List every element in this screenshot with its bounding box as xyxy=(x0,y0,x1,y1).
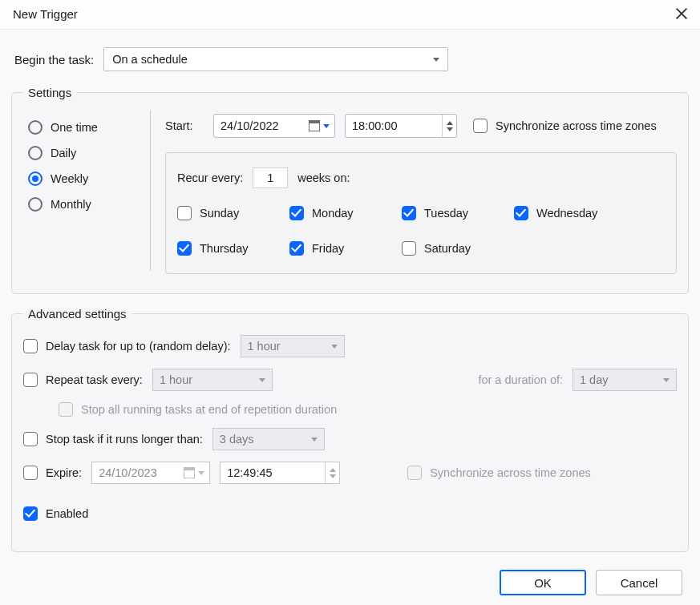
expire-time-value: 12:49:45 xyxy=(221,466,325,479)
ok-button[interactable]: OK xyxy=(500,570,586,595)
radio-icon xyxy=(28,120,42,135)
checkbox-icon xyxy=(23,506,38,521)
day-label: Sunday xyxy=(200,207,239,220)
checkbox-icon xyxy=(59,402,73,417)
spin-down-icon xyxy=(447,127,453,131)
stop-checkbox[interactable]: Stop task if it runs longer than: xyxy=(23,432,203,446)
day-tuesday[interactable]: Tuesday xyxy=(402,206,490,220)
day-wednesday[interactable]: Wednesday xyxy=(514,206,602,220)
advanced-group: Advanced settings Delay task for up to (… xyxy=(11,307,689,552)
checkbox-icon xyxy=(23,373,38,387)
freq-monthly[interactable]: Monthly xyxy=(28,197,136,212)
recur-interval-value: 1 xyxy=(267,171,273,184)
repeat-checkbox[interactable]: Repeat task every: xyxy=(23,373,143,387)
sync-tz-checkbox[interactable]: Synchronize across time zones xyxy=(473,119,657,133)
checkbox-icon xyxy=(289,206,304,220)
begin-task-select[interactable]: On a schedule xyxy=(103,47,448,71)
begin-task-value: On a schedule xyxy=(112,53,188,66)
checkbox-icon xyxy=(407,466,422,480)
enabled-label: Enabled xyxy=(46,507,88,520)
day-label: Monday xyxy=(312,207,354,220)
chevron-down-icon xyxy=(311,438,318,442)
freq-weekly[interactable]: Weekly xyxy=(28,171,136,186)
expire-label: Expire: xyxy=(46,466,82,479)
advanced-legend: Advanced settings xyxy=(23,307,132,321)
checkbox-icon xyxy=(23,466,38,480)
freq-daily[interactable]: Daily xyxy=(28,146,136,160)
checkbox-icon xyxy=(402,241,416,256)
checkbox-icon xyxy=(289,241,304,256)
day-monday[interactable]: Monday xyxy=(289,206,378,220)
day-saturday[interactable]: Saturday xyxy=(402,241,490,256)
delay-label: Delay task for up to (random delay): xyxy=(46,340,231,353)
chevron-down-icon xyxy=(323,124,330,128)
spin-up-icon xyxy=(447,121,453,125)
cancel-button[interactable]: Cancel xyxy=(596,570,682,595)
enabled-checkbox[interactable]: Enabled xyxy=(23,506,88,521)
chevron-down-icon xyxy=(433,58,439,62)
checkbox-icon xyxy=(473,119,488,133)
delay-value: 1 hour xyxy=(248,340,281,353)
day-thursday[interactable]: Thursday xyxy=(177,241,265,256)
recur-interval-input[interactable]: 1 xyxy=(253,167,288,188)
day-friday[interactable]: Friday xyxy=(289,241,378,256)
recur-panel: Recur every: 1 weeks on: Sunday xyxy=(165,152,677,274)
repeat-value: 1 hour xyxy=(160,373,192,386)
calendar-icon xyxy=(184,467,195,478)
delay-combo[interactable]: 1 hour xyxy=(241,335,345,357)
radio-icon xyxy=(28,146,42,160)
chevron-down-icon xyxy=(331,345,338,349)
day-label: Tuesday xyxy=(424,207,468,220)
freq-label: One time xyxy=(51,121,98,134)
freq-label: Monthly xyxy=(51,198,91,211)
settings-group: Settings One time Daily Weekly Mon xyxy=(11,86,689,294)
checkbox-icon xyxy=(514,206,528,220)
checkbox-icon xyxy=(23,432,38,446)
spin-down-icon xyxy=(330,474,336,478)
expire-sync-checkbox: Synchronize across time zones xyxy=(407,466,591,480)
checkbox-icon xyxy=(177,206,192,220)
radio-icon xyxy=(28,197,42,212)
day-sunday[interactable]: Sunday xyxy=(177,206,265,220)
radio-icon xyxy=(28,171,42,186)
expire-date-value: 24/10/2023 xyxy=(92,466,184,479)
checkbox-icon xyxy=(23,339,38,353)
expire-date-input[interactable]: 24/10/2023 xyxy=(91,462,210,484)
repeat-combo[interactable]: 1 hour xyxy=(152,369,273,391)
recur-prefix: Recur every: xyxy=(177,171,243,184)
expire-checkbox[interactable]: Expire: xyxy=(23,466,82,480)
duration-value: 1 day xyxy=(580,373,608,386)
dialog-buttons: OK Cancel xyxy=(10,565,690,605)
stop-combo[interactable]: 3 days xyxy=(212,428,325,450)
day-label: Saturday xyxy=(424,242,471,255)
day-label: Wednesday xyxy=(536,207,597,220)
chevron-down-icon xyxy=(663,378,670,382)
freq-one-time[interactable]: One time xyxy=(28,120,136,135)
delay-checkbox[interactable]: Delay task for up to (random delay): xyxy=(23,339,231,353)
checkbox-icon xyxy=(402,206,416,220)
begin-task-row: Begin the task: On a schedule xyxy=(14,47,687,71)
settings-legend: Settings xyxy=(23,86,76,99)
expire-time-input[interactable]: 12:49:45 xyxy=(220,462,340,484)
recur-suffix: weeks on: xyxy=(297,171,350,184)
start-date-value: 24/10/2022 xyxy=(214,119,309,132)
stop-all-checkbox: Stop all running tasks at end of repetit… xyxy=(59,402,337,417)
duration-combo[interactable]: 1 day xyxy=(573,369,677,391)
start-date-input[interactable]: 24/10/2022 xyxy=(213,114,335,138)
spin-up-icon xyxy=(330,468,336,472)
vertical-separator xyxy=(150,111,151,271)
repeat-label: Repeat task every: xyxy=(46,373,143,386)
day-label: Friday xyxy=(312,242,344,255)
close-icon[interactable] xyxy=(674,6,689,21)
calendar-icon xyxy=(309,120,320,131)
stop-label: Stop task if it runs longer than: xyxy=(46,433,203,446)
freq-label: Weekly xyxy=(51,172,88,185)
time-spinner[interactable] xyxy=(325,462,339,483)
start-time-input[interactable]: 18:00:00 xyxy=(345,114,457,138)
start-label: Start: xyxy=(165,119,204,132)
chevron-down-icon xyxy=(259,378,265,382)
stop-value: 3 days xyxy=(220,433,254,446)
checkbox-icon xyxy=(177,241,192,256)
start-time-value: 18:00:00 xyxy=(346,119,442,132)
time-spinner[interactable] xyxy=(442,115,456,137)
